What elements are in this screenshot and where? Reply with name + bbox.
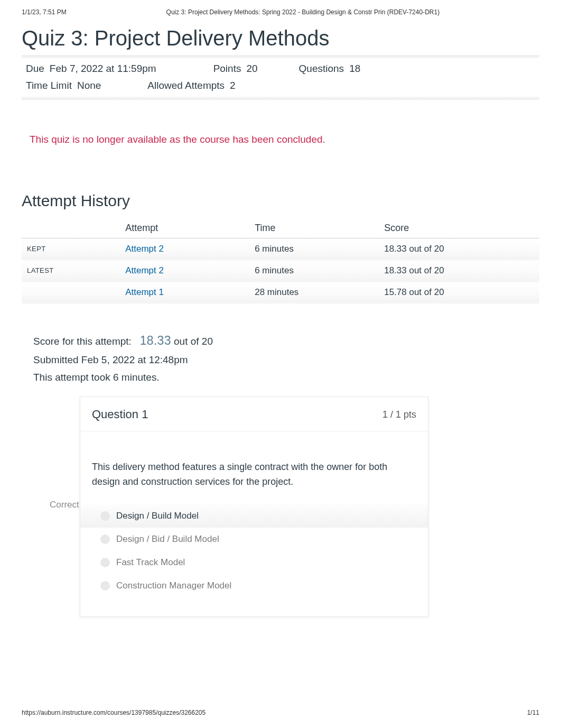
attempt-cell: Attempt 2 xyxy=(120,238,249,260)
radio-icon xyxy=(100,511,110,521)
attempt-cell: Attempt 1 xyxy=(120,281,249,303)
meta-questions-value: 18 xyxy=(349,60,360,77)
meta-time-limit: Time Limit None xyxy=(26,77,101,94)
question-header: Question 1 1 / 1 pts xyxy=(80,397,428,431)
table-row: Attempt 1 28 minutes 15.78 out of 20 xyxy=(22,281,539,303)
table-row: KEPT Attempt 2 6 minutes 18.33 out of 20 xyxy=(22,238,539,260)
meta-questions-label: Questions xyxy=(299,60,344,77)
quiz-title: Quiz 3: Project Delivery Methods xyxy=(22,25,539,51)
answer-list: Design / Build Model Design / Bid / Buil… xyxy=(80,504,428,616)
meta-points: Points 20 xyxy=(213,60,258,77)
attempt-link[interactable]: Attempt 2 xyxy=(125,265,164,275)
table-row: LATEST Attempt 2 6 minutes 18.33 out of … xyxy=(22,260,539,281)
attempt-cell: Attempt 2 xyxy=(120,260,249,281)
print-timestamp: 1/1/23, 7:51 PM xyxy=(22,8,67,16)
radio-icon xyxy=(100,581,110,591)
meta-due-label: Due xyxy=(26,60,44,77)
meta-allowed-attempts-value: 2 xyxy=(230,77,236,94)
print-header: 1/1/23, 7:51 PM Quiz 3: Project Delivery… xyxy=(0,0,561,16)
question-block: Question 1 1 / 1 pts This delivery metho… xyxy=(80,397,428,617)
attempt-status: LATEST xyxy=(22,260,120,281)
correct-label: Correct! xyxy=(50,500,81,510)
duration-line: This attempt took 6 minutes. xyxy=(33,368,539,386)
question-points: 1 / 1 pts xyxy=(382,409,416,420)
radio-icon xyxy=(100,535,110,544)
attempt-time: 6 minutes xyxy=(249,238,379,260)
col-score: Score xyxy=(379,218,539,238)
answer-option: Design / Build Model xyxy=(80,504,428,528)
meta-allowed-attempts: Allowed Attempts 2 xyxy=(147,77,235,94)
attempt-time: 6 minutes xyxy=(249,260,379,281)
table-header-row: Attempt Time Score xyxy=(22,218,539,238)
col-attempt: Attempt xyxy=(120,218,249,238)
attempt-history-table: Attempt Time Score KEPT Attempt 2 6 minu… xyxy=(22,218,539,303)
meta-points-value: 20 xyxy=(246,60,257,77)
print-footer: https://auburn.instructure.com/courses/1… xyxy=(22,709,539,716)
radio-icon xyxy=(100,558,110,567)
meta-questions: Questions 18 xyxy=(299,60,361,77)
meta-time-limit-label: Time Limit xyxy=(26,77,72,94)
answer-text: Construction Manager Model xyxy=(116,580,231,591)
footer-url: https://auburn.instructure.com/courses/1… xyxy=(22,709,205,716)
question-prompt: This delivery method features a single c… xyxy=(80,431,428,504)
answer-text: Design / Build Model xyxy=(116,511,199,521)
attempt-score: 18.33 out of 20 xyxy=(379,260,539,281)
attempt-history-heading: Attempt History xyxy=(22,192,539,210)
answer-text: Design / Bid / Build Model xyxy=(116,534,219,545)
attempt-time: 28 minutes xyxy=(249,281,379,303)
attempt-link[interactable]: Attempt 2 xyxy=(125,244,164,254)
attempt-score: 18.33 out of 20 xyxy=(379,238,539,260)
submitted-line: Submitted Feb 5, 2022 at 12:48pm xyxy=(33,351,539,368)
attempt-link[interactable]: Attempt 1 xyxy=(125,287,164,297)
quiz-meta: Due Feb 7, 2022 at 11:59pm Points 20 Que… xyxy=(22,55,539,100)
col-time: Time xyxy=(249,218,379,238)
score-suffix: out of 20 xyxy=(174,336,213,347)
score-value: 18.33 xyxy=(140,334,171,347)
score-summary: Score for this attempt: 18.33 out of 20 … xyxy=(22,330,539,386)
meta-time-limit-value: None xyxy=(77,77,101,94)
print-doc-title: Quiz 3: Project Delivery Methods: Spring… xyxy=(67,8,539,16)
attempt-status xyxy=(22,281,120,303)
answer-option: Construction Manager Model xyxy=(80,574,428,597)
meta-points-label: Points xyxy=(213,60,241,77)
attempt-score: 15.78 out of 20 xyxy=(379,281,539,303)
page-indicator: 1/11 xyxy=(527,709,539,716)
question-title: Question 1 xyxy=(92,408,148,421)
meta-due: Due Feb 7, 2022 at 11:59pm xyxy=(26,60,156,77)
col-status xyxy=(22,218,120,238)
answer-option: Design / Bid / Build Model xyxy=(80,528,428,551)
meta-allowed-attempts-label: Allowed Attempts xyxy=(147,77,225,94)
meta-due-value: Feb 7, 2022 at 11:59pm xyxy=(50,60,156,77)
answer-text: Fast Track Model xyxy=(116,557,185,568)
score-label: Score for this attempt: xyxy=(33,336,132,347)
attempt-status: KEPT xyxy=(22,238,120,260)
answer-option: Fast Track Model xyxy=(80,551,428,574)
quiz-closed-notice: This quiz is no longer available as the … xyxy=(22,102,539,151)
